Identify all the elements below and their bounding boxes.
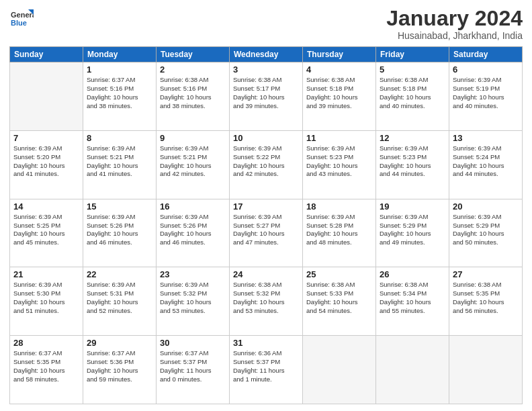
day-info: Sunrise: 6:38 AM Sunset: 5:18 PM Dayligh… xyxy=(380,76,445,110)
calendar-cell: 31Sunrise: 6:36 AM Sunset: 5:37 PM Dayli… xyxy=(230,336,303,404)
day-info: Sunrise: 6:39 AM Sunset: 5:25 PM Dayligh… xyxy=(13,213,79,247)
calendar-cell: 14Sunrise: 6:39 AM Sunset: 5:25 PM Dayli… xyxy=(10,199,83,267)
calendar-cell: 20Sunrise: 6:39 AM Sunset: 5:29 PM Dayli… xyxy=(449,199,523,267)
calendar-cell: 30Sunrise: 6:37 AM Sunset: 5:37 PM Dayli… xyxy=(157,336,230,404)
calendar-cell xyxy=(10,62,83,131)
day-info: Sunrise: 6:36 AM Sunset: 5:37 PM Dayligh… xyxy=(233,349,299,383)
calendar-header-row: SundayMondayTuesdayWednesdayThursdayFrid… xyxy=(10,47,523,62)
day-number: 27 xyxy=(453,269,519,279)
calendar-dow-saturday: Saturday xyxy=(449,47,523,62)
calendar-cell: 18Sunrise: 6:39 AM Sunset: 5:28 PM Dayli… xyxy=(303,199,376,267)
day-info: Sunrise: 6:39 AM Sunset: 5:23 PM Dayligh… xyxy=(380,144,445,179)
calendar-week-3: 14Sunrise: 6:39 AM Sunset: 5:25 PM Dayli… xyxy=(10,199,523,267)
day-number: 10 xyxy=(233,133,299,143)
calendar-cell: 19Sunrise: 6:39 AM Sunset: 5:29 PM Dayli… xyxy=(376,199,449,267)
day-number: 9 xyxy=(160,133,226,143)
day-info: Sunrise: 6:39 AM Sunset: 5:27 PM Dayligh… xyxy=(233,213,299,247)
day-info: Sunrise: 6:38 AM Sunset: 5:16 PM Dayligh… xyxy=(160,76,226,110)
calendar-cell: 27Sunrise: 6:38 AM Sunset: 5:35 PM Dayli… xyxy=(449,267,523,336)
calendar-dow-friday: Friday xyxy=(376,47,449,62)
day-info: Sunrise: 6:39 AM Sunset: 5:32 PM Dayligh… xyxy=(160,281,226,315)
calendar-cell: 26Sunrise: 6:38 AM Sunset: 5:34 PM Dayli… xyxy=(376,267,449,336)
calendar-cell: 9Sunrise: 6:39 AM Sunset: 5:21 PM Daylig… xyxy=(157,130,230,199)
calendar-dow-sunday: Sunday xyxy=(10,47,83,62)
day-info: Sunrise: 6:39 AM Sunset: 5:20 PM Dayligh… xyxy=(13,144,79,179)
day-number: 24 xyxy=(233,269,299,279)
day-info: Sunrise: 6:39 AM Sunset: 5:31 PM Dayligh… xyxy=(87,281,152,315)
calendar-cell xyxy=(376,336,449,404)
calendar-cell: 12Sunrise: 6:39 AM Sunset: 5:23 PM Dayli… xyxy=(376,130,449,199)
calendar-cell: 7Sunrise: 6:39 AM Sunset: 5:20 PM Daylig… xyxy=(10,130,83,199)
day-info: Sunrise: 6:39 AM Sunset: 5:19 PM Dayligh… xyxy=(453,76,519,110)
day-info: Sunrise: 6:39 AM Sunset: 5:30 PM Dayligh… xyxy=(13,281,79,315)
calendar-dow-tuesday: Tuesday xyxy=(157,47,230,62)
calendar-cell: 17Sunrise: 6:39 AM Sunset: 5:27 PM Dayli… xyxy=(230,199,303,267)
day-info: Sunrise: 6:38 AM Sunset: 5:32 PM Dayligh… xyxy=(233,281,299,315)
day-number: 3 xyxy=(233,64,299,75)
calendar-cell: 1Sunrise: 6:37 AM Sunset: 5:16 PM Daylig… xyxy=(83,62,157,131)
day-number: 19 xyxy=(380,201,445,212)
calendar-cell: 10Sunrise: 6:39 AM Sunset: 5:22 PM Dayli… xyxy=(230,130,303,199)
location: Husainabad, Jharkhand, India xyxy=(386,30,523,41)
calendar-cell: 22Sunrise: 6:39 AM Sunset: 5:31 PM Dayli… xyxy=(83,267,157,336)
day-info: Sunrise: 6:38 AM Sunset: 5:18 PM Dayligh… xyxy=(306,76,372,110)
day-info: Sunrise: 6:39 AM Sunset: 5:24 PM Dayligh… xyxy=(453,144,519,179)
header: General Blue January 2024 Husainabad, Jh… xyxy=(9,7,523,41)
day-info: Sunrise: 6:37 AM Sunset: 5:37 PM Dayligh… xyxy=(160,349,226,383)
day-number: 1 xyxy=(87,64,152,75)
day-info: Sunrise: 6:39 AM Sunset: 5:23 PM Dayligh… xyxy=(306,144,372,179)
calendar-cell: 3Sunrise: 6:38 AM Sunset: 5:17 PM Daylig… xyxy=(230,62,303,131)
day-number: 22 xyxy=(87,269,152,279)
svg-text:General: General xyxy=(11,11,34,19)
day-number: 11 xyxy=(306,133,372,143)
day-number: 25 xyxy=(306,269,372,279)
day-info: Sunrise: 6:39 AM Sunset: 5:21 PM Dayligh… xyxy=(160,144,226,179)
calendar-cell: 25Sunrise: 6:38 AM Sunset: 5:33 PM Dayli… xyxy=(303,267,376,336)
day-info: Sunrise: 6:37 AM Sunset: 5:36 PM Dayligh… xyxy=(87,349,152,383)
day-number: 8 xyxy=(87,133,152,143)
day-info: Sunrise: 6:39 AM Sunset: 5:29 PM Dayligh… xyxy=(380,213,445,247)
calendar-dow-monday: Monday xyxy=(83,47,157,62)
calendar-cell: 8Sunrise: 6:39 AM Sunset: 5:21 PM Daylig… xyxy=(83,130,157,199)
title-block: January 2024 Husainabad, Jharkhand, Indi… xyxy=(386,7,523,41)
logo: General Blue xyxy=(9,7,34,31)
day-info: Sunrise: 6:37 AM Sunset: 5:16 PM Dayligh… xyxy=(87,76,152,110)
day-number: 21 xyxy=(13,269,79,279)
calendar-cell: 23Sunrise: 6:39 AM Sunset: 5:32 PM Dayli… xyxy=(157,267,230,336)
day-number: 4 xyxy=(306,64,372,75)
day-number: 31 xyxy=(233,338,299,348)
calendar-dow-thursday: Thursday xyxy=(303,47,376,62)
calendar-cell xyxy=(303,336,376,404)
day-info: Sunrise: 6:39 AM Sunset: 5:22 PM Dayligh… xyxy=(233,144,299,179)
day-number: 12 xyxy=(380,133,445,143)
calendar-dow-wednesday: Wednesday xyxy=(230,47,303,62)
calendar-cell: 13Sunrise: 6:39 AM Sunset: 5:24 PM Dayli… xyxy=(449,130,523,199)
day-number: 28 xyxy=(13,338,79,348)
calendar-week-4: 21Sunrise: 6:39 AM Sunset: 5:30 PM Dayli… xyxy=(10,267,523,336)
calendar-table: SundayMondayTuesdayWednesdayThursdayFrid… xyxy=(9,46,523,404)
day-number: 20 xyxy=(453,201,519,212)
calendar-week-2: 7Sunrise: 6:39 AM Sunset: 5:20 PM Daylig… xyxy=(10,130,523,199)
page: General Blue January 2024 Husainabad, Jh… xyxy=(0,0,532,411)
day-number: 14 xyxy=(13,201,79,212)
calendar-cell: 24Sunrise: 6:38 AM Sunset: 5:32 PM Dayli… xyxy=(230,267,303,336)
day-number: 18 xyxy=(306,201,372,212)
calendar-week-5: 28Sunrise: 6:37 AM Sunset: 5:35 PM Dayli… xyxy=(10,336,523,404)
calendar-cell: 2Sunrise: 6:38 AM Sunset: 5:16 PM Daylig… xyxy=(157,62,230,131)
calendar-cell: 11Sunrise: 6:39 AM Sunset: 5:23 PM Dayli… xyxy=(303,130,376,199)
day-number: 26 xyxy=(380,269,445,279)
day-info: Sunrise: 6:38 AM Sunset: 5:35 PM Dayligh… xyxy=(453,281,519,315)
calendar-cell: 21Sunrise: 6:39 AM Sunset: 5:30 PM Dayli… xyxy=(10,267,83,336)
calendar-cell: 5Sunrise: 6:38 AM Sunset: 5:18 PM Daylig… xyxy=(376,62,449,131)
day-number: 13 xyxy=(453,133,519,143)
day-info: Sunrise: 6:39 AM Sunset: 5:26 PM Dayligh… xyxy=(160,213,226,247)
calendar-cell: 29Sunrise: 6:37 AM Sunset: 5:36 PM Dayli… xyxy=(83,336,157,404)
day-info: Sunrise: 6:38 AM Sunset: 5:34 PM Dayligh… xyxy=(380,281,445,315)
day-number: 30 xyxy=(160,338,226,348)
day-number: 16 xyxy=(160,201,226,212)
day-info: Sunrise: 6:39 AM Sunset: 5:28 PM Dayligh… xyxy=(306,213,372,247)
day-number: 15 xyxy=(87,201,152,212)
calendar-week-1: 1Sunrise: 6:37 AM Sunset: 5:16 PM Daylig… xyxy=(10,62,523,131)
day-info: Sunrise: 6:37 AM Sunset: 5:35 PM Dayligh… xyxy=(13,349,79,383)
month-title: January 2024 xyxy=(386,7,523,30)
